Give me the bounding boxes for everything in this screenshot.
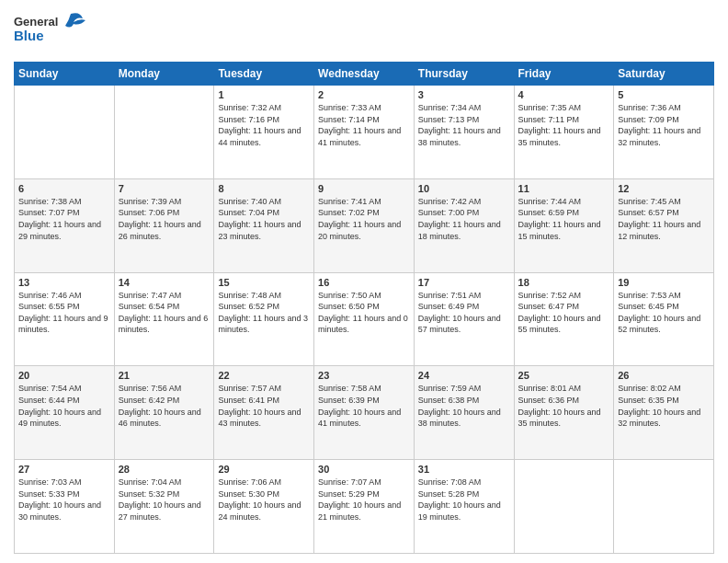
svg-text:General: General (14, 15, 58, 29)
calendar-cell: 23Sunrise: 7:58 AM Sunset: 6:39 PM Dayli… (314, 366, 415, 460)
day-info: Sunrise: 7:08 AM Sunset: 5:28 PM Dayligh… (418, 477, 510, 523)
day-of-week-header: Monday (114, 63, 214, 86)
calendar-cell: 9Sunrise: 7:41 AM Sunset: 7:02 PM Daylig… (314, 178, 415, 272)
day-number: 7 (119, 183, 210, 194)
day-number: 29 (218, 464, 310, 475)
day-info: Sunrise: 7:35 AM Sunset: 7:11 PM Dayligh… (518, 102, 610, 148)
day-info: Sunrise: 7:06 AM Sunset: 5:30 PM Dayligh… (218, 477, 310, 523)
calendar-cell: 10Sunrise: 7:42 AM Sunset: 7:00 PM Dayli… (414, 178, 514, 272)
calendar-cell: 14Sunrise: 7:47 AM Sunset: 6:54 PM Dayli… (114, 272, 214, 366)
page: General Blue SundayMondayTuesdayWednesda… (0, 0, 728, 563)
calendar-cell: 18Sunrise: 7:52 AM Sunset: 6:47 PM Dayli… (514, 272, 614, 366)
calendar-week-row: 1Sunrise: 7:32 AM Sunset: 7:16 PM Daylig… (15, 86, 714, 179)
day-number: 1 (218, 89, 310, 100)
calendar-table: SundayMondayTuesdayWednesdayThursdayFrid… (14, 62, 714, 554)
calendar-cell: 8Sunrise: 7:40 AM Sunset: 7:04 PM Daylig… (214, 178, 314, 272)
calendar-cell: 11Sunrise: 7:44 AM Sunset: 6:59 PM Dayli… (514, 178, 614, 272)
day-of-week-header: Thursday (414, 63, 514, 86)
calendar-cell: 13Sunrise: 7:46 AM Sunset: 6:55 PM Dayli… (15, 272, 115, 366)
day-info: Sunrise: 7:52 AM Sunset: 6:47 PM Dayligh… (518, 290, 610, 336)
calendar-header-row: SundayMondayTuesdayWednesdayThursdayFrid… (15, 63, 714, 86)
calendar-week-row: 13Sunrise: 7:46 AM Sunset: 6:55 PM Dayli… (15, 272, 714, 366)
calendar-cell: 25Sunrise: 8:01 AM Sunset: 6:36 PM Dayli… (514, 366, 614, 460)
calendar-cell: 15Sunrise: 7:48 AM Sunset: 6:52 PM Dayli… (214, 272, 314, 366)
calendar-cell: 3Sunrise: 7:34 AM Sunset: 7:13 PM Daylig… (414, 86, 514, 179)
calendar-cell: 2Sunrise: 7:33 AM Sunset: 7:14 PM Daylig… (314, 86, 415, 179)
day-info: Sunrise: 7:36 AM Sunset: 7:09 PM Dayligh… (618, 102, 710, 148)
day-number: 21 (119, 370, 210, 381)
day-number: 22 (218, 370, 310, 381)
day-number: 25 (518, 370, 610, 381)
day-info: Sunrise: 7:34 AM Sunset: 7:13 PM Dayligh… (418, 102, 510, 148)
day-info: Sunrise: 8:01 AM Sunset: 6:36 PM Dayligh… (518, 383, 610, 429)
calendar-cell (614, 460, 714, 554)
day-number: 30 (318, 464, 410, 475)
day-info: Sunrise: 7:51 AM Sunset: 6:49 PM Dayligh… (418, 290, 510, 336)
day-number: 15 (218, 277, 310, 288)
day-number: 9 (318, 183, 410, 194)
day-number: 17 (418, 277, 510, 288)
calendar-cell: 7Sunrise: 7:39 AM Sunset: 7:06 PM Daylig… (114, 178, 214, 272)
calendar-cell: 27Sunrise: 7:03 AM Sunset: 5:33 PM Dayli… (15, 460, 115, 554)
calendar-cell: 21Sunrise: 7:56 AM Sunset: 6:42 PM Dayli… (114, 366, 214, 460)
calendar-cell: 24Sunrise: 7:59 AM Sunset: 6:38 PM Dayli… (414, 366, 514, 460)
day-info: Sunrise: 7:33 AM Sunset: 7:14 PM Dayligh… (318, 102, 410, 148)
day-of-week-header: Sunday (15, 63, 115, 86)
day-of-week-header: Tuesday (214, 63, 314, 86)
day-of-week-header: Saturday (614, 63, 714, 86)
day-number: 11 (518, 183, 610, 194)
calendar-cell (114, 86, 214, 179)
day-number: 28 (119, 464, 210, 475)
calendar-week-row: 6Sunrise: 7:38 AM Sunset: 7:07 PM Daylig… (15, 178, 714, 272)
calendar-cell: 16Sunrise: 7:50 AM Sunset: 6:50 PM Dayli… (314, 272, 415, 366)
logo: General Blue (14, 9, 87, 54)
day-info: Sunrise: 7:40 AM Sunset: 7:04 PM Dayligh… (218, 196, 310, 242)
day-info: Sunrise: 7:58 AM Sunset: 6:39 PM Dayligh… (318, 383, 410, 429)
day-number: 3 (418, 89, 510, 100)
calendar-cell: 20Sunrise: 7:54 AM Sunset: 6:44 PM Dayli… (15, 366, 115, 460)
day-number: 2 (318, 89, 410, 100)
calendar-cell: 30Sunrise: 7:07 AM Sunset: 5:29 PM Dayli… (314, 460, 415, 554)
calendar-cell: 6Sunrise: 7:38 AM Sunset: 7:07 PM Daylig… (15, 178, 115, 272)
calendar-cell: 22Sunrise: 7:57 AM Sunset: 6:41 PM Dayli… (214, 366, 314, 460)
day-info: Sunrise: 8:02 AM Sunset: 6:35 PM Dayligh… (618, 383, 710, 429)
day-info: Sunrise: 7:45 AM Sunset: 6:57 PM Dayligh… (618, 196, 710, 242)
day-number: 12 (618, 183, 710, 194)
day-number: 16 (318, 277, 410, 288)
day-number: 13 (18, 277, 110, 288)
day-info: Sunrise: 7:32 AM Sunset: 7:16 PM Dayligh… (218, 102, 310, 148)
day-number: 26 (618, 370, 710, 381)
day-info: Sunrise: 7:50 AM Sunset: 6:50 PM Dayligh… (318, 290, 410, 336)
day-info: Sunrise: 7:59 AM Sunset: 6:38 PM Dayligh… (418, 383, 510, 429)
day-number: 20 (18, 370, 110, 381)
day-number: 5 (618, 89, 710, 100)
calendar-cell (15, 86, 115, 179)
day-info: Sunrise: 7:39 AM Sunset: 7:06 PM Dayligh… (119, 196, 210, 242)
day-info: Sunrise: 7:04 AM Sunset: 5:32 PM Dayligh… (119, 477, 210, 523)
day-info: Sunrise: 7:53 AM Sunset: 6:45 PM Dayligh… (618, 290, 710, 336)
logo-icon: General Blue (14, 9, 87, 51)
day-number: 18 (518, 277, 610, 288)
day-info: Sunrise: 7:47 AM Sunset: 6:54 PM Dayligh… (119, 290, 210, 336)
day-info: Sunrise: 7:46 AM Sunset: 6:55 PM Dayligh… (18, 290, 110, 336)
day-number: 10 (418, 183, 510, 194)
calendar-cell: 12Sunrise: 7:45 AM Sunset: 6:57 PM Dayli… (614, 178, 714, 272)
calendar-cell: 29Sunrise: 7:06 AM Sunset: 5:30 PM Dayli… (214, 460, 314, 554)
calendar-cell: 26Sunrise: 8:02 AM Sunset: 6:35 PM Dayli… (614, 366, 714, 460)
day-number: 4 (518, 89, 610, 100)
day-info: Sunrise: 7:03 AM Sunset: 5:33 PM Dayligh… (18, 477, 110, 523)
day-number: 27 (18, 464, 110, 475)
day-of-week-header: Friday (514, 63, 614, 86)
calendar-week-row: 20Sunrise: 7:54 AM Sunset: 6:44 PM Dayli… (15, 366, 714, 460)
svg-text:Blue: Blue (14, 28, 44, 43)
calendar-cell: 28Sunrise: 7:04 AM Sunset: 5:32 PM Dayli… (114, 460, 214, 554)
day-number: 19 (618, 277, 710, 288)
day-of-week-header: Wednesday (314, 63, 415, 86)
day-info: Sunrise: 7:48 AM Sunset: 6:52 PM Dayligh… (218, 290, 310, 336)
day-info: Sunrise: 7:44 AM Sunset: 6:59 PM Dayligh… (518, 196, 610, 242)
day-info: Sunrise: 7:38 AM Sunset: 7:07 PM Dayligh… (18, 196, 110, 242)
day-info: Sunrise: 7:42 AM Sunset: 7:00 PM Dayligh… (418, 196, 510, 242)
day-number: 8 (218, 183, 310, 194)
day-number: 14 (119, 277, 210, 288)
day-number: 31 (418, 464, 510, 475)
